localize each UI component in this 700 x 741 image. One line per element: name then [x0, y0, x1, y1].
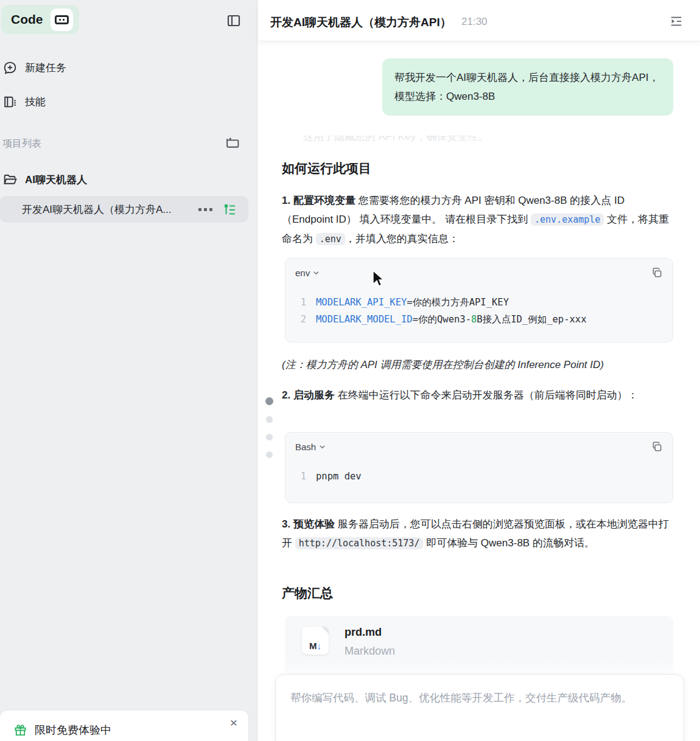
code-lang-selector[interactable]: Bash	[295, 442, 326, 452]
skills-icon	[2, 94, 18, 110]
chat-timestamp: 21:30	[461, 16, 488, 28]
env-code-block: env 1 MODELARK_API_KEY=你的模力方舟API_KEY 2 M…	[285, 258, 673, 343]
section-heading-run: 如何运行此项目	[282, 160, 371, 177]
step3-paragraph: 3. 预览体验 服务器启动后，您可以点击右侧的浏览器预览面板，或在本地浏览器中打…	[282, 515, 675, 553]
new-task-icon	[2, 60, 18, 75]
progress-dot[interactable]	[266, 434, 273, 440]
progress-dot[interactable]	[266, 451, 273, 458]
chat-header: 开发AI聊天机器人（模力方舟API） 21:30	[258, 0, 700, 41]
code-content: 1 pnpm dev	[285, 453, 673, 496]
artifact-name: prd.md	[345, 626, 382, 639]
sidebar-item-skills[interactable]: 技能	[2, 92, 46, 111]
scrolled-faded-text: 这用于隐藏您的 API Key，确保安全性。	[303, 136, 620, 145]
app-logo[interactable]: Code	[1, 5, 79, 34]
user-message-bubble: 帮我开发一个AI聊天机器人，后台直接接入模力方舟API，模型选择：Qwen3-8…	[382, 58, 673, 116]
promo-banner: 限时免费体验中 ×	[0, 711, 248, 741]
progress-dot-active[interactable]	[265, 397, 273, 405]
chat-title: 开发AI聊天机器人（模力方舟API）	[270, 15, 452, 30]
projects-section-label: 项目列表	[2, 137, 41, 150]
step3-bold: 预览体验	[293, 518, 335, 530]
sidebar-item-new-task[interactable]: 新建任务	[2, 58, 66, 77]
copy-icon[interactable]	[651, 441, 663, 453]
markdown-file-icon: M↓	[302, 627, 329, 655]
sidebar-project-folder[interactable]: AI聊天机器人	[2, 169, 87, 190]
code-line: 1 pnpm dev	[298, 468, 663, 485]
app-name: Code	[11, 12, 43, 27]
env-file-code: .env	[316, 233, 345, 245]
message-input[interactable]: 帮你编写代码、调试 Bug、优化性能等开发工作，交付生产级代码产物。	[275, 674, 684, 741]
promo-label: 限时免费体验中	[35, 723, 111, 737]
step1-paragraph: 1. 配置环境变量 您需要将您的模力方舟 API 密钥和 Qwen3-8B 的接…	[282, 191, 675, 249]
plan-panel-toggle-icon[interactable]	[670, 15, 683, 28]
sidebar-item-label: 新建任务	[25, 61, 66, 75]
artifact-type: Markdown	[345, 645, 395, 658]
chevron-down-icon	[313, 270, 320, 276]
open-folder-icon	[2, 172, 18, 187]
code-lang-selector[interactable]: env	[295, 268, 320, 278]
code-line: 1 MODELARK_API_KEY=你的模力方舟API_KEY	[298, 294, 663, 311]
chevron-down-icon	[319, 444, 326, 450]
step1-bold: 配置环境变量	[293, 195, 355, 206]
sidebar-item-label: 技能	[25, 95, 46, 109]
bash-code-block: Bash 1 pnpm dev	[285, 432, 673, 503]
message-input-placeholder: 帮你编写代码、调试 Bug、优化性能等开发工作，交付生产级代码产物。	[276, 675, 684, 708]
note-text: (注：模力方舟的 API 调用需要使用在控制台创建的 Inference Poi…	[282, 358, 675, 372]
code-line: 2 MODELARK_MODEL_ID=你的Qwen3-8B接入点ID_例如_e…	[298, 311, 663, 328]
sidebar-task-item-selected[interactable]: 开发AI聊天机器人（模力方舟A...	[0, 196, 248, 223]
bot-icon	[55, 15, 69, 24]
task-item-label: 开发AI聊天机器人（模力方舟A...	[22, 203, 197, 217]
task-outline-icon[interactable]	[222, 202, 237, 217]
promo-close-icon[interactable]: ×	[230, 715, 237, 730]
sidebar-collapse-icon[interactable]	[226, 13, 242, 29]
progress-dot[interactable]	[266, 416, 273, 423]
new-project-icon[interactable]	[225, 135, 240, 150]
code-content: 1 MODELARK_API_KEY=你的模力方舟API_KEY 2 MODEL…	[285, 279, 673, 339]
task-more-icon[interactable]	[198, 208, 212, 211]
user-message-text: 帮我开发一个AI聊天机器人，后台直接接入模力方舟API，模型选择：Qwen3-8…	[394, 72, 659, 102]
env-example-file-link[interactable]: .env.example	[531, 214, 604, 226]
mouse-cursor	[372, 270, 385, 290]
localhost-url-code: http://localhost:5173/	[295, 537, 424, 549]
step1-marker: 1.	[282, 195, 293, 206]
step2-paragraph: 2. 启动服务 在终端中运行以下命令来启动开发服务器（前后端将同时启动）：	[282, 386, 675, 405]
chat-panel: 开发AI聊天机器人（模力方舟API） 21:30 帮我开发一个AI聊天机器人，后…	[258, 0, 700, 741]
copy-icon[interactable]	[651, 267, 663, 279]
project-folder-label: AI聊天机器人	[25, 173, 87, 187]
sidebar: Code 新建任务 技能 项目列表 AI聊天机器人 开发AI聊天机器人（模力方舟…	[0, 0, 257, 741]
step2-bold: 启动服务	[293, 389, 335, 401]
gift-icon	[13, 723, 27, 737]
section-heading-artifacts: 产物汇总	[282, 585, 333, 602]
composer-area: 帮你编写代码、调试 Bug、优化性能等开发工作，交付生产级代码产物。	[258, 660, 700, 741]
bot-badge	[51, 9, 73, 31]
